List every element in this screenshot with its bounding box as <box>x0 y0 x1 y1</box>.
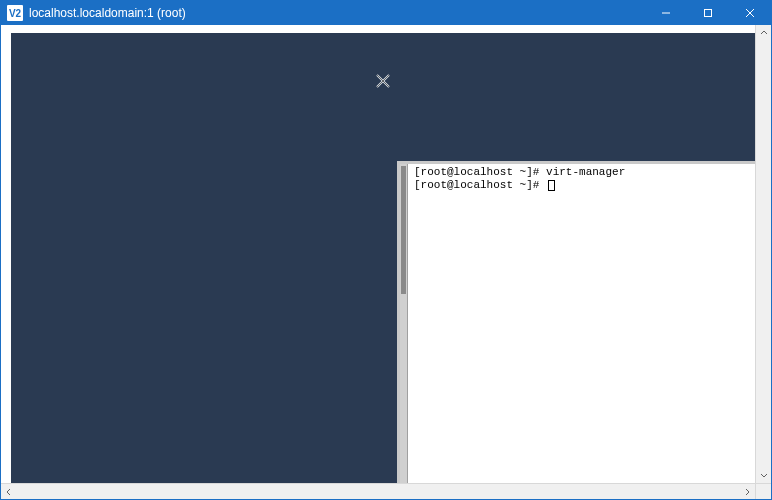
terminal-scrollbar[interactable] <box>400 164 408 483</box>
vertical-scrollbar[interactable] <box>755 25 771 483</box>
scroll-left-button[interactable] <box>1 484 17 500</box>
vnc-window: V2 localhost.localdomain:1 (root) <box>0 0 772 500</box>
scroll-up-button[interactable] <box>756 25 771 41</box>
minimize-button[interactable] <box>645 1 687 25</box>
terminal-window[interactable]: [root@localhost ~]# virt-manager [root@l… <box>397 161 755 483</box>
chevron-left-icon <box>5 488 13 496</box>
maximize-icon <box>703 8 713 18</box>
close-icon <box>745 8 755 18</box>
scrollbar-corner <box>755 483 771 499</box>
titlebar[interactable]: V2 localhost.localdomain:1 (root) <box>1 1 771 25</box>
maximize-button[interactable] <box>687 1 729 25</box>
scroll-right-button[interactable] <box>739 484 755 500</box>
prompt-2: [root@localhost ~]# <box>414 179 546 191</box>
horizontal-scrollbar[interactable] <box>1 483 755 499</box>
chevron-right-icon <box>743 488 751 496</box>
terminal-content: [root@localhost ~]# virt-manager [root@l… <box>414 166 751 192</box>
chevron-down-icon <box>760 471 768 479</box>
terminal-cursor <box>548 180 555 191</box>
close-button[interactable] <box>729 1 771 25</box>
chevron-up-icon <box>760 29 768 37</box>
minimize-icon <box>661 8 671 18</box>
terminal-body[interactable]: [root@localhost ~]# virt-manager [root@l… <box>400 164 755 483</box>
scroll-down-button[interactable] <box>756 467 771 483</box>
app-icon: V2 <box>7 5 23 21</box>
bottom-scroll-row <box>1 483 771 499</box>
window-title: localhost.localdomain:1 (root) <box>29 6 186 20</box>
svg-rect-1 <box>705 10 712 17</box>
client-area: [root@localhost ~]# virt-manager [root@l… <box>1 25 771 483</box>
prompt-1: [root@localhost ~]# <box>414 166 546 178</box>
command-1: virt-manager <box>546 166 625 178</box>
remote-desktop[interactable]: [root@localhost ~]# virt-manager [root@l… <box>11 33 755 483</box>
remote-desktop-viewport[interactable]: [root@localhost ~]# virt-manager [root@l… <box>1 25 755 483</box>
x-cursor-icon <box>375 73 391 93</box>
